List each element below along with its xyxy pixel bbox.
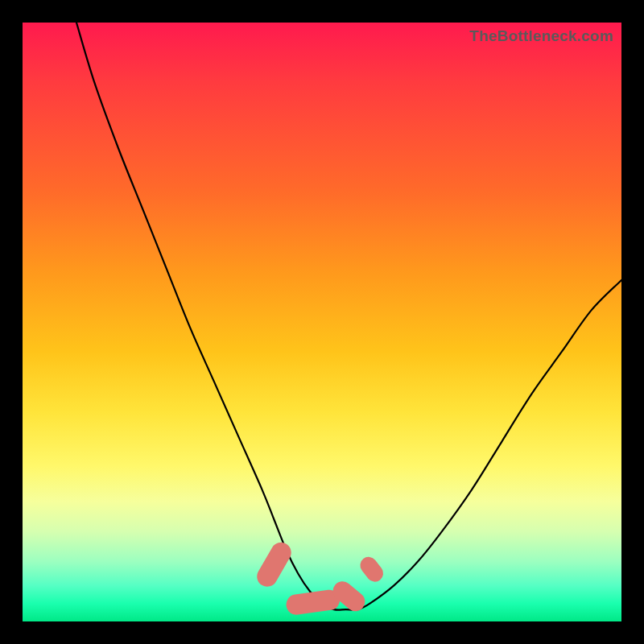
worm-segment-1: [254, 539, 295, 590]
worm-segment-2: [285, 588, 341, 616]
markers-group: [254, 539, 387, 616]
bottleneck-curve: [76, 23, 621, 610]
chart-svg: [23, 23, 621, 621]
plot-area: TheBottleneck.com: [23, 23, 621, 621]
worm-segment-4: [357, 554, 386, 585]
chart-frame: TheBottleneck.com: [0, 0, 644, 644]
